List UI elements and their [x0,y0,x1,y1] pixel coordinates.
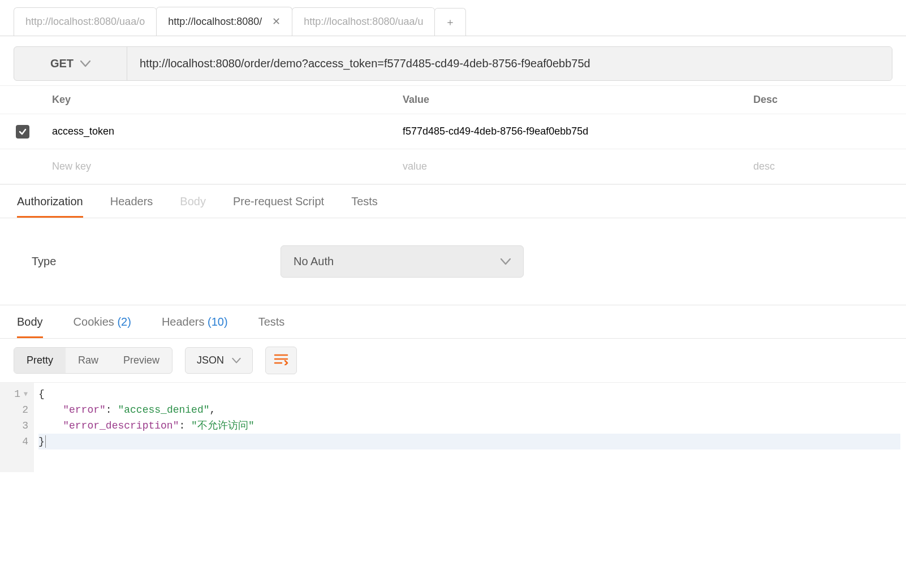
code-token: "access_denied" [118,404,209,416]
request-tab[interactable]: http://localhost:8080/uaa/u [292,7,435,36]
code-token: } [38,436,45,447]
response-tab-body[interactable]: Body [17,315,43,338]
view-raw-button[interactable]: Raw [66,348,111,373]
line-number: 1 [14,388,20,400]
params-table: Key Value Desc [0,85,906,185]
fold-icon[interactable]: ▾ [23,386,28,402]
fade-overlay [423,8,434,36]
fade-overlay [145,8,156,36]
body-format-label: JSON [197,354,224,366]
param-row [0,114,906,149]
request-config-tabs: Authorization Headers Body Pre-request S… [0,185,906,218]
auth-type-value: No Auth [294,255,334,268]
view-pretty-button[interactable]: Pretty [14,348,66,373]
http-method-select[interactable]: GET [14,47,127,80]
tab-authorization[interactable]: Authorization [17,195,83,218]
request-tab-label: http://localhost:8080/uaa/u [304,16,423,28]
body-view-mode: Pretty Raw Preview [14,347,172,374]
param-value-input-new[interactable] [403,157,740,176]
param-desc-input-new[interactable] [753,157,899,176]
headers-count: (10) [208,315,228,328]
plus-icon: ＋ [445,15,455,29]
param-checkbox[interactable] [16,125,29,139]
param-key-input-new[interactable] [52,157,389,176]
response-tab-headers-label: Headers [162,315,205,328]
code-token: "不允许访问" [191,420,254,431]
request-tab-label: http://localhost:8080/uaa/o [25,16,145,28]
tab-headers[interactable]: Headers [110,195,153,218]
code-token: "error" [63,404,106,416]
line-number: 3 [22,420,28,431]
col-desc-header: Desc [747,86,906,114]
param-row-new [0,149,906,184]
cookies-count: (2) [117,315,131,328]
request-tabs-bar: http://localhost:8080/uaa/o http://local… [0,0,906,36]
line-number: 2 [22,404,28,416]
authorization-panel: Type No Auth [0,218,906,305]
response-body-controls: Pretty Raw Preview JSON [0,339,906,382]
code-content[interactable]: { "error": "access_denied", "error_descr… [34,383,906,472]
url-input[interactable] [127,47,892,80]
col-key-header: Key [45,86,396,114]
tab-prerequest-script[interactable]: Pre-request Script [233,195,324,218]
view-preview-button[interactable]: Preview [111,348,172,373]
auth-type-label: Type [32,255,281,268]
http-method-label: GET [50,57,74,70]
body-format-select[interactable]: JSON [185,347,253,374]
line-number: 4 [22,436,28,447]
response-tab-tests[interactable]: Tests [258,315,285,338]
add-tab-button[interactable]: ＋ [434,8,466,36]
text-cursor [45,435,46,448]
close-icon[interactable]: ✕ [272,15,281,28]
col-value-header: Value [396,86,747,114]
response-tab-headers[interactable]: Headers (10) [162,315,228,338]
request-tab-label: http://localhost:8080/ [168,16,262,28]
chevron-down-icon [80,57,90,70]
auth-type-select[interactable]: No Auth [281,245,524,278]
response-body-editor[interactable]: 1▾ 2 3 4 { "error": "access_denied", "er… [0,382,906,472]
response-tabs: Body Cookies (2) Headers (10) Tests [0,305,906,339]
param-key-input[interactable] [52,122,389,141]
request-bar: GET [14,46,892,81]
line-gutter: 1▾ 2 3 4 [0,383,34,472]
param-value-input[interactable] [403,122,740,141]
request-tab[interactable]: http://localhost:8080/uaa/o [14,7,157,36]
tab-body[interactable]: Body [180,195,206,218]
chevron-down-icon [232,354,241,366]
tab-tests[interactable]: Tests [351,195,378,218]
response-tab-cookies-label: Cookies [74,315,114,328]
code-token: "error_description" [63,420,179,431]
code-token: { [38,388,45,400]
request-tab-active[interactable]: http://localhost:8080/ ✕ [156,7,292,36]
wrap-icon [274,353,288,368]
response-tab-cookies[interactable]: Cookies (2) [74,315,131,338]
chevron-down-icon [501,255,511,268]
wrap-lines-button[interactable] [265,347,297,374]
params-header-row: Key Value Desc [0,86,906,114]
